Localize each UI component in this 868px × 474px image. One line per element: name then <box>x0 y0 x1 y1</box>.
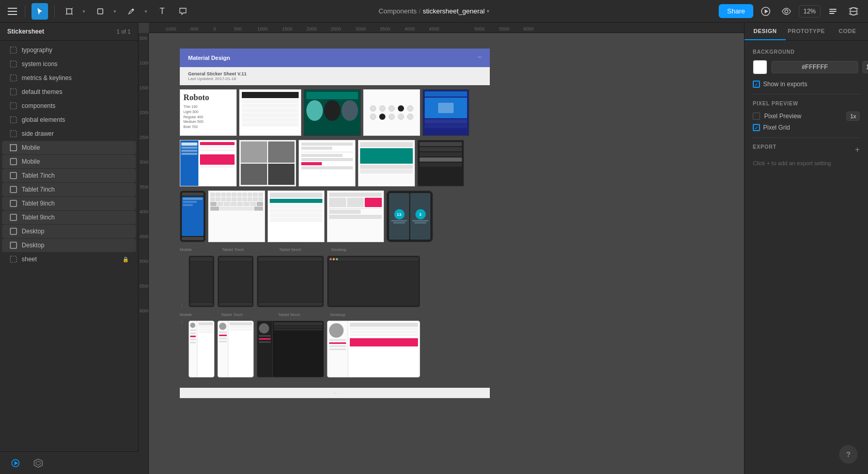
frame-icon <box>9 227 18 235</box>
frame-nav-controls <box>327 191 384 242</box>
present-button[interactable] <box>757 3 774 20</box>
shape-tool-button[interactable] <box>92 3 109 20</box>
layer-item-tablet9-1[interactable]: Tablet 9inch <box>2 197 136 210</box>
frame-tool-button[interactable] <box>61 3 78 20</box>
zoom-level[interactable]: 12% <box>799 5 820 18</box>
frame-list-ui <box>268 191 324 242</box>
layer-name-tablet9-1: Tablet 9inch <box>22 200 129 207</box>
layer-item-tablet9-2[interactable]: Tablet 9inch <box>2 211 136 224</box>
export-section-header: EXPORT <box>753 144 777 150</box>
frame-dark-bars <box>417 140 464 186</box>
layer-item-side-drawer[interactable]: side drawer <box>2 127 136 140</box>
svg-rect-33 <box>10 242 17 248</box>
pen-tool-button[interactable] <box>123 3 140 20</box>
layer-list: typography system icons metrics & keylin… <box>0 41 138 474</box>
layer-item-components[interactable]: components <box>2 99 136 113</box>
frame-roboto: Roboto Thin 100 Light 300 Regular 400 Me… <box>180 89 237 136</box>
ruler-mark: 1000 <box>257 26 268 31</box>
svg-rect-17 <box>10 89 17 95</box>
comment-tool-button[interactable] <box>175 3 191 20</box>
preview-button[interactable] <box>778 3 795 20</box>
layer-item-global-elements[interactable]: global elements <box>2 113 136 127</box>
layer-item-mobile-1[interactable]: Mobile <box>2 141 136 154</box>
plugins-button[interactable] <box>30 455 47 471</box>
layer-item-desktop-2[interactable]: Desktop <box>2 239 136 252</box>
canvas-content[interactable]: Material Design ··· General Sticker Shee… <box>149 33 744 474</box>
svg-line-1 <box>66 8 67 9</box>
pen-dropdown-button[interactable]: ▾ <box>142 3 150 20</box>
layer-item-typography[interactable]: typography <box>2 43 136 57</box>
ruler-mark: 0 <box>213 26 216 31</box>
svg-rect-10 <box>829 9 836 10</box>
layer-item-system-icons[interactable]: system icons <box>2 57 136 71</box>
shape-dropdown-button[interactable]: ▾ <box>111 3 119 20</box>
v-ruler-mark: 4000 <box>138 209 148 214</box>
frame-tablet7-dark <box>218 256 254 307</box>
svg-rect-31 <box>10 214 17 220</box>
right-panel-content: BACKGROUND Show in exports PIXE <box>745 41 868 474</box>
breadcrumb-components[interactable]: Components <box>379 7 417 15</box>
frame-row-3: 13 3 <box>180 188 490 244</box>
layer-item-tablet7-2[interactable]: Tablet 7inch <box>2 183 136 196</box>
ruler-mark: 5000 <box>474 26 485 31</box>
ruler-mark: 5500 <box>499 26 509 31</box>
show-in-exports-row: Show in exports <box>753 81 860 88</box>
section-labels-1: Mobile Tablet 7inch Tablet 9inch Desktop <box>180 244 490 254</box>
community-resources-button[interactable] <box>7 455 24 471</box>
background-color-input[interactable] <box>771 61 858 73</box>
v-ruler-mark: 1500 <box>138 85 148 90</box>
library-button[interactable] <box>825 3 841 20</box>
tab-prototype[interactable]: PROTOTYPE <box>786 23 827 40</box>
ruler-mark: 6000 <box>523 26 534 31</box>
layer-name-sheet: sheet <box>22 256 118 263</box>
filename-dropdown-arrow[interactable]: ▾ <box>487 8 489 14</box>
frame-tablet7-light-sidebar <box>218 321 254 377</box>
tab-code[interactable]: CODE <box>827 23 868 40</box>
svg-rect-20 <box>10 131 17 137</box>
share-button[interactable]: Share <box>719 4 753 18</box>
pixel-preview-checkbox[interactable] <box>753 113 760 120</box>
layer-item-metrics[interactable]: metrics & keylines <box>2 71 136 85</box>
show-in-exports-checkbox[interactable] <box>753 81 760 88</box>
menu-button[interactable] <box>6 5 19 18</box>
toolbar-right: Share 12% <box>719 3 862 20</box>
frame-dropdown-button[interactable]: ▾ <box>80 3 88 20</box>
layer-item-default-themes[interactable]: default themes <box>2 85 136 99</box>
bottom-left-panel <box>0 451 138 474</box>
help-button[interactable]: ? <box>839 445 858 464</box>
pixel-preview-value[interactable]: 1x <box>846 112 860 121</box>
layer-item-tablet7-1[interactable]: Tablet 7inch <box>2 169 136 182</box>
panel-count: 1 of 1 <box>116 28 131 35</box>
background-color-swatch[interactable] <box>753 60 767 74</box>
layer-name-side-drawer: side drawer <box>22 130 129 137</box>
frame-phone-pair: 13 3 <box>386 191 433 242</box>
community-button[interactable] <box>845 3 862 20</box>
tool-group-pen: ▾ <box>123 3 150 20</box>
right-panel: DESIGN PROTOTYPE CODE BACKGROUND <box>744 23 868 474</box>
tool-group-move <box>32 3 48 20</box>
svg-rect-30 <box>10 200 17 207</box>
background-opacity-input[interactable] <box>862 61 868 73</box>
panel-title: Stickersheet <box>7 28 44 35</box>
layer-item-mobile-2[interactable]: Mobile <box>2 155 136 168</box>
layer-name-desktop-2: Desktop <box>22 242 129 249</box>
text-tool-button[interactable]: T <box>154 3 171 20</box>
tab-design[interactable]: DESIGN <box>745 23 786 40</box>
pixel-grid-checkbox[interactable] <box>753 124 760 131</box>
breadcrumb-filename[interactable]: stickersheet_general <box>423 7 485 15</box>
layer-item-desktop-1[interactable]: Desktop <box>2 225 136 238</box>
lock-icon: 🔒 <box>122 257 129 262</box>
left-panel: Stickersheet 1 of 1 typography system i <box>0 23 138 474</box>
export-header-row: EXPORT + <box>753 144 860 155</box>
layer-name-system-icons: system icons <box>22 60 129 68</box>
export-add-button[interactable]: + <box>855 145 860 154</box>
dashed-frame-icon <box>9 130 18 138</box>
canvas-subtitle: General Sticker Sheet V.11 Last Updated:… <box>180 67 490 85</box>
dashed-frame-icon <box>9 255 18 263</box>
background-section-header: BACKGROUND <box>753 49 860 55</box>
v-ruler-mark: 5500 <box>138 283 148 289</box>
layer-item-sheet[interactable]: sheet 🔒 <box>2 252 136 266</box>
dark-frames-section: ··· <box>180 254 490 309</box>
move-tool-button[interactable] <box>32 3 48 20</box>
ruler-mark: -1000 <box>164 26 176 31</box>
